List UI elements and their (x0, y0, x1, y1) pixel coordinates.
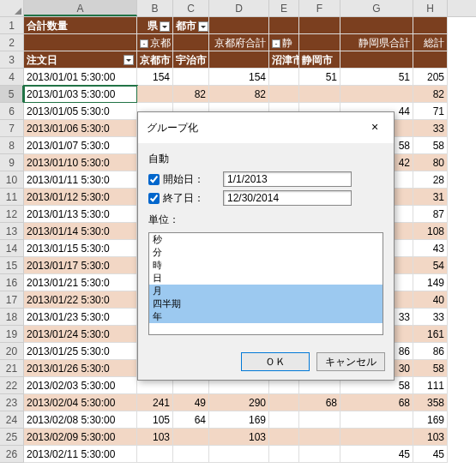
cell-date[interactable]: 2013/01/06 5:30:0 (24, 120, 137, 137)
cell[interactable]: 31 (413, 189, 448, 206)
start-date-checkbox[interactable] (148, 174, 160, 185)
start-date-input[interactable] (223, 171, 352, 187)
pivot-field-city[interactable]: 都市 (173, 17, 209, 34)
cell[interactable]: 43 (413, 240, 448, 257)
row-header[interactable]: 12 (0, 206, 24, 223)
cell[interactable]: 82 (209, 86, 269, 103)
cell-date[interactable]: 2013/02/03 5:30:00 (24, 377, 137, 394)
cell[interactable]: 51 (299, 69, 340, 86)
cell[interactable] (269, 411, 299, 429)
cell-date[interactable]: 2013/01/25 5:30:0 (24, 343, 137, 360)
cell[interactable]: 68 (340, 394, 413, 411)
select-all-corner[interactable] (0, 0, 24, 16)
cell[interactable]: 111 (413, 377, 448, 394)
col-header-H[interactable]: H (413, 0, 448, 16)
row-header[interactable]: 9 (0, 154, 24, 171)
row-header[interactable]: 6 (0, 103, 24, 120)
row-header[interactable]: 7 (0, 120, 24, 137)
cell[interactable] (340, 411, 413, 429)
row-header[interactable]: 13 (0, 223, 24, 240)
cell[interactable] (299, 411, 340, 429)
filter-dropdown-icon[interactable] (198, 21, 208, 32)
cell[interactable]: 45 (340, 446, 413, 463)
cell[interactable] (299, 429, 340, 446)
row-header[interactable]: 14 (0, 240, 24, 257)
cell-date[interactable]: 2013/01/11 5:30:0 (24, 171, 137, 189)
pivot-field-orderdate[interactable]: 注文日 (24, 51, 137, 69)
cell[interactable]: 54 (413, 257, 448, 274)
cell[interactable]: 58 (413, 137, 448, 154)
cell[interactable]: 205 (413, 69, 448, 86)
cell-date[interactable]: 2013/02/09 5:30:00 (24, 429, 137, 446)
cell[interactable] (137, 86, 173, 103)
cell-date[interactable]: 2013/01/10 5:30:0 (24, 154, 137, 171)
row-header[interactable]: 22 (0, 377, 24, 394)
cell[interactable]: 68 (299, 394, 340, 411)
cell-date[interactable]: 2013/01/17 5:30:0 (24, 257, 137, 274)
dialog-titlebar[interactable]: グループ化 × (138, 112, 394, 143)
cell-date[interactable]: 2013/01/05 5:30:0 (24, 103, 137, 120)
cell[interactable] (137, 446, 173, 463)
cell[interactable]: 33 (413, 120, 448, 137)
pivot-field-pref[interactable]: 県 (137, 17, 173, 34)
unit-option[interactable]: 分 (149, 246, 383, 259)
cell[interactable]: 103 (137, 429, 173, 446)
cell-date[interactable]: 2013/01/15 5:30:0 (24, 240, 137, 257)
col-header-C[interactable]: C (173, 0, 209, 16)
cell[interactable]: 358 (413, 394, 448, 411)
cell[interactable] (209, 446, 269, 463)
cell-date[interactable]: 2013/02/11 5:30:00 (24, 446, 137, 463)
cell[interactable] (269, 394, 299, 411)
unit-option[interactable]: 秒 (149, 233, 383, 246)
cell-date[interactable]: 2013/01/21 5:30:0 (24, 274, 137, 291)
cell[interactable]: 28 (413, 171, 448, 189)
cell[interactable] (340, 86, 413, 103)
cell[interactable]: 161 (413, 326, 448, 343)
filter-dropdown-icon[interactable] (124, 55, 134, 65)
cell[interactable]: 33 (413, 309, 448, 326)
cell[interactable]: 105 (137, 411, 173, 429)
cell[interactable] (269, 86, 299, 103)
row-header[interactable]: 2 (0, 34, 24, 51)
unit-listbox[interactable]: 秒分時日月四半期年 (148, 232, 383, 335)
cell-date[interactable]: 2013/01/23 5:30:0 (24, 309, 137, 326)
cell[interactable]: 82 (173, 86, 209, 103)
cell[interactable] (269, 69, 299, 86)
cell[interactable]: 87 (413, 206, 448, 223)
cell[interactable] (340, 429, 413, 446)
cell[interactable]: 86 (413, 343, 448, 360)
col-header-A[interactable]: A (24, 0, 137, 16)
cell[interactable]: 103 (413, 429, 448, 446)
ok-button[interactable]: ＯＫ (241, 352, 310, 371)
cancel-button[interactable]: キャンセル (316, 352, 385, 371)
cell[interactable] (299, 446, 340, 463)
cell-date[interactable]: 2013/01/03 5:30:00 (24, 86, 137, 103)
row-header[interactable]: 15 (0, 257, 24, 274)
row-header[interactable]: 19 (0, 326, 24, 343)
unit-option[interactable]: 日 (149, 272, 383, 285)
row-header[interactable]: 25 (0, 429, 24, 446)
unit-option[interactable]: 時 (149, 259, 383, 272)
cell[interactable] (299, 86, 340, 103)
row-header[interactable]: 11 (0, 189, 24, 206)
row-header[interactable]: 20 (0, 343, 24, 360)
end-date-input[interactable] (223, 190, 352, 206)
cell-date[interactable]: 2013/01/14 5:30:0 (24, 223, 137, 240)
cell[interactable]: 58 (413, 360, 448, 377)
cell[interactable]: 40 (413, 291, 448, 309)
row-header[interactable]: 16 (0, 274, 24, 291)
cell[interactable]: 80 (413, 154, 448, 171)
cell-date[interactable]: 2013/01/12 5:30:0 (24, 189, 137, 206)
cell[interactable] (269, 446, 299, 463)
row-header[interactable]: 26 (0, 446, 24, 463)
cell[interactable]: 108 (413, 223, 448, 240)
row-header[interactable]: 18 (0, 309, 24, 326)
cell-date[interactable]: 2013/02/04 5:30:00 (24, 394, 137, 411)
cell[interactable]: 71 (413, 103, 448, 120)
col-header-F[interactable]: F (299, 0, 340, 16)
col-header-B[interactable]: B (137, 0, 173, 16)
cell[interactable]: 169 (209, 411, 269, 429)
row-header[interactable]: 4 (0, 69, 24, 86)
collapse-icon[interactable]: - (140, 39, 148, 48)
row-header[interactable]: 17 (0, 291, 24, 309)
